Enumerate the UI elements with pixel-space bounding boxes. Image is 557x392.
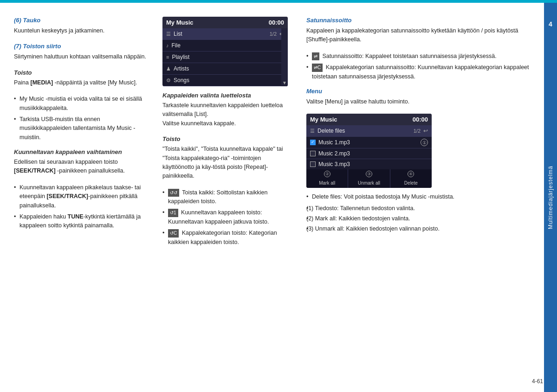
bullet-item: Tarkista USB-muistin tila ennen musiikki…	[14, 115, 149, 142]
scroll-down-icon: ▼	[282, 80, 287, 85]
column-left: (6) Tauko Kuuntelun keskeytys ja jatkami…	[14, 17, 158, 383]
page-number: 4-61	[532, 378, 543, 385]
row-page: 1/2	[270, 31, 277, 37]
section-right-bullets: Delete files: Voit poistaa tiedostoja My…	[306, 193, 530, 234]
section-toisto-mid: Toisto "Toista kaikki", "Toista kuunnelt…	[162, 135, 292, 247]
bullet-tiedosto: (1) Tiedosto: Tallennetun tiedoston vali…	[306, 204, 530, 213]
screen-footer: ② Mark all ③ Unmark all ④ Delete	[306, 169, 432, 188]
body-kappaleiden-valinta: Tarkastele kuunneltavien kappaleiden lue…	[162, 101, 292, 128]
delete-list-icon: ☰	[310, 128, 315, 134]
body-satunnaissoitto: Kappaleen ja kappalekategorian satunnais…	[306, 26, 530, 45]
row-label-list: List	[174, 31, 270, 37]
heading-toisto-mid: Toisto	[162, 135, 292, 142]
screen-row-delete[interactable]: ☰ Delete files 1/2 ↩	[306, 125, 432, 137]
label-unmark-all: Unmark all	[349, 180, 389, 186]
screen-time-2: 00:00	[413, 116, 428, 123]
screen-mockup-2: My Music 00:00 ☰ Delete files 1/2 ↩ Musi…	[306, 114, 432, 188]
row-label-artists: Artists	[174, 65, 278, 72]
row-label-playlist: Playlist	[172, 54, 278, 60]
checkbox-music3[interactable]	[310, 161, 316, 167]
row-label-delete: Delete files	[317, 128, 414, 134]
btn-delete[interactable]: ④ Delete	[390, 169, 432, 188]
row-label-songs: Songs	[174, 77, 278, 84]
chapter-number: 4	[544, 17, 557, 32]
body-toiston-siirto: Siirtyminen haluttuun kohtaan valitsemal…	[14, 52, 149, 61]
num-music1: ①	[421, 139, 428, 146]
screen-title-1: My Music	[166, 19, 194, 26]
bullet-repeat-cat: ↺C Kappalekategorian toisto: Kategorian …	[162, 229, 292, 247]
section-tauko: (6) Tauko Kuuntelun keskeytys ja jatkami…	[14, 17, 149, 35]
heading-satunnaissoitto: Satunnaissoitto	[306, 17, 530, 24]
chapter-tab: 4 Multimediajärjestelmä	[544, 3, 557, 392]
body-toisto: Paina [MEDIA] -näppäintä ja valitse [My …	[14, 78, 149, 87]
toisto-mid-bullets: ↺↺ Toista kaikki: Soittolistan kaikkien …	[162, 188, 292, 247]
bullet-mark-all: (2) Mark all: Kaikkien tiedostojen valin…	[306, 214, 530, 223]
section-toisto: Toisto Paina [MEDIA] -näppäintä ja valit…	[14, 69, 149, 142]
bullet-item: My Music -muistia ei voida valita tai se…	[14, 95, 149, 113]
screen-header-1: My Music 00:00	[162, 17, 288, 28]
shuffle-cat-icon: ⇌C	[312, 64, 323, 72]
screen-row-file[interactable]: ♪ File ▲	[162, 40, 288, 51]
screen-row-music1[interactable]: Music 1.mp3 ①	[306, 137, 432, 148]
num-delete-icon: ④	[408, 171, 414, 177]
bullet-shuffle: ⇌ Satunnaissoitto: Kappaleet toistetaan …	[306, 52, 530, 61]
heading-toisto: Toisto	[14, 69, 149, 76]
toisto-bullets: My Music -muistia ei voida valita tai se…	[14, 95, 149, 142]
bullet-item: Kappaleiden haku TUNE-kytkintä kiertämäl…	[14, 212, 149, 231]
section-satunnaissoitto: Satunnaissoitto Kappaleen ja kappalekate…	[306, 17, 530, 81]
label-delete: Delete	[391, 180, 431, 186]
section-menu: Menu Valitse [Menu] ja valitse haluttu t…	[306, 88, 530, 106]
screen-rows: ☰ List 1/2 ↩ ♪ File ▲	[162, 28, 288, 86]
repeat-cat-icon: ↺C	[168, 229, 179, 238]
satunnaissoitto-bullets: ⇌ Satunnaissoitto: Kappaleet toistetaan …	[306, 52, 530, 81]
bullet-shuffle-cat: ⇌C Kappalekategorian satunnaissoitto: Ku…	[306, 63, 530, 81]
heading-toiston-siirto: (7) Toiston siirto	[14, 43, 149, 50]
vaihtaminen-bullets: Kuunneltavan kappaleen pikakelaus taakse…	[14, 183, 149, 231]
screen-row-music3[interactable]: Music 3.mp3	[306, 159, 432, 169]
delete-back-icon: ↩	[423, 128, 428, 134]
body-vaihtaminen: Edellisen tai seuraavan kappaleen toisto…	[14, 158, 149, 176]
repeat-all-icon: ↺↺	[168, 189, 179, 197]
screen-row-artists[interactable]: ♟ Artists	[162, 63, 288, 75]
screen-row-music2[interactable]: Music 2.mp3	[306, 148, 432, 159]
row-label-file: File	[172, 42, 278, 49]
screen-row-songs[interactable]: ⚙ Songs ▼	[162, 75, 288, 86]
bullet-item: Kuunneltavan kappaleen pikakelaus taakse…	[14, 183, 149, 210]
num-unmark-all-icon: ③	[366, 171, 372, 177]
body-toisto-mid: "Toista kaikki", "Toista kuunneltava kap…	[162, 145, 292, 181]
songs-icon: ⚙	[166, 77, 171, 84]
screen-header-2: My Music 00:00	[306, 114, 432, 125]
screen-row-list[interactable]: ☰ List 1/2 ↩	[162, 28, 288, 40]
bullet-repeat-all: ↺↺ Toista kaikki: Soittolistan kaikkien …	[162, 188, 292, 206]
btn-unmark-all[interactable]: ③ Unmark all	[348, 169, 390, 188]
section-kappaleiden-valinta: Kappaleiden valinta luettelosta Tarkaste…	[162, 92, 292, 128]
heading-tauko: (6) Tauko	[14, 17, 149, 24]
screen-mockup-1: My Music 00:00 ☰ List 1/2 ↩ ♪ File	[162, 17, 288, 86]
row-label-music1: Music 1.mp3	[318, 139, 421, 146]
screen-title-2: My Music	[310, 116, 337, 123]
section-toiston-siirto: (7) Toiston siirto Siirtyminen haluttuun…	[14, 43, 149, 61]
column-right: Satunnaissoitto Kappaleen ja kappalekate…	[302, 17, 535, 383]
checkbox-music1[interactable]	[310, 140, 316, 145]
btn-mark-all[interactable]: ② Mark all	[306, 169, 348, 188]
artists-icon: ♟	[166, 66, 171, 72]
playlist-icon: ≡	[166, 54, 169, 60]
screen-row-playlist[interactable]: ≡ Playlist	[162, 51, 288, 63]
list-icon: ☰	[166, 31, 171, 37]
delete-page: 1/2	[414, 128, 421, 134]
checkbox-music2[interactable]	[310, 151, 316, 156]
file-icon: ♪	[166, 43, 169, 48]
row-label-music2: Music 2.mp3	[318, 150, 428, 157]
heading-kappaleiden-valinta: Kappaleiden valinta luettelosta	[162, 92, 292, 99]
label-mark-all: Mark all	[307, 180, 347, 186]
repeat-one-icon: ↺1	[168, 209, 178, 217]
bullet-repeat-one: ↺1 Kuunneltavan kappaleen toisto: Kuunne…	[162, 208, 292, 226]
right-bullet-list: Delete files: Voit poistaa tiedostoja My…	[306, 193, 530, 234]
body-menu: Valitse [Menu] ja valitse haluttu toimin…	[306, 97, 530, 106]
num-mark-all-icon: ②	[324, 171, 330, 177]
chapter-label: Multimediajärjestelmä	[547, 166, 554, 229]
heading-menu: Menu	[306, 88, 530, 95]
row-label-music3: Music 3.mp3	[318, 161, 428, 167]
bullet-delete-files: Delete files: Voit poistaa tiedostoja My…	[306, 193, 530, 201]
column-mid: My Music 00:00 ☰ List 1/2 ↩ ♪ File	[158, 17, 302, 383]
